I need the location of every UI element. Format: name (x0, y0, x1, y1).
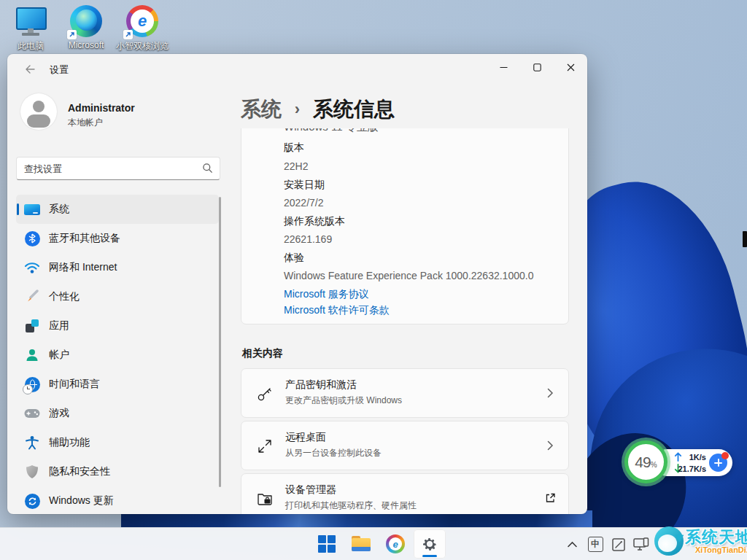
gamepad-icon (23, 405, 41, 422)
sidebar-item-bluetooth[interactable]: 蓝牙和其他设备 (16, 224, 219, 253)
back-button[interactable] (18, 60, 42, 79)
browser-button[interactable]: e (379, 529, 411, 559)
sidebar-item-personalization[interactable]: 个性化 (16, 282, 219, 311)
search-input[interactable]: 查找设置 (16, 157, 220, 180)
edge-icon (69, 4, 103, 38)
screen-edge-mark (743, 231, 747, 247)
ime-icon: 中 (588, 537, 603, 552)
desktop-icon-this-pc[interactable]: 此电脑 (0, 4, 61, 52)
globe-clock-icon (23, 376, 41, 393)
watermark-name: 系统天地 (685, 529, 747, 545)
sidebar-item-windows-update[interactable]: Windows 更新 (16, 486, 219, 514)
chevron-up-icon (567, 540, 578, 548)
content-scroll-area[interactable]: Windows 11 专业版 版本 22H2 安装日期 2022/7/2 操作系… (241, 128, 570, 514)
windows-logo-icon (318, 535, 336, 553)
wifi-icon (23, 259, 41, 276)
back-arrow-icon (24, 63, 36, 75)
desktop-icon-label: 此电脑 (0, 40, 61, 52)
desktop-icon-browser[interactable]: e 小智双核浏览 (112, 4, 173, 52)
sidebar-scrollbar[interactable] (219, 197, 221, 487)
remote-desktop-card[interactable]: 远程桌面 从另一台设备控制此设备 (241, 421, 569, 470)
update-icon (23, 492, 41, 510)
chevron-right-icon (543, 439, 557, 452)
sidebar-item-network[interactable]: 网络和 Internet (16, 253, 219, 282)
browser-icon: e (386, 534, 405, 553)
widget-plus-button[interactable] (709, 454, 727, 472)
about-card: Windows 11 专业版 版本 22H2 安装日期 2022/7/2 操作系… (241, 128, 569, 324)
page-title: 系统信息 (313, 98, 395, 120)
maximize-icon (533, 63, 541, 71)
product-key-card[interactable]: 产品密钥和激活 更改产品密钥或升级 Windows (241, 368, 569, 418)
sidebar-item-apps[interactable]: 应用 (16, 311, 219, 341)
system-icon (23, 201, 41, 218)
key-icon (256, 385, 274, 402)
plus-icon (714, 459, 722, 467)
search-icon (202, 163, 213, 176)
gear-icon (421, 535, 438, 553)
sidebar-item-accessibility[interactable]: 辅助功能 (16, 428, 219, 457)
pen-icon (611, 537, 626, 552)
desktop-icon-label: Microsoft (55, 40, 117, 50)
settings-window: 设置 Administrator 本地帐户 查找设置 系统 (7, 54, 587, 514)
watermark-globe-icon (654, 526, 684, 556)
sidebar-item-accounts[interactable]: 帐户 (16, 341, 219, 370)
accessibility-icon (23, 434, 41, 451)
notification-dot (721, 452, 729, 459)
user-name: Administrator (68, 102, 135, 114)
selected-indicator (17, 203, 19, 215)
settings-nav: 系统 蓝牙和其他设备 网络和 Internet 个性化 应用 (7, 195, 233, 514)
folder-icon (352, 536, 371, 552)
chevron-right-icon (543, 386, 557, 400)
avatar[interactable] (20, 93, 57, 130)
cpu-percent: 49 (635, 454, 650, 471)
minimize-button[interactable] (487, 54, 520, 80)
sidebar-item-privacy[interactable]: 隐私和安全性 (16, 457, 219, 486)
related-section-title: 相关内容 (242, 347, 283, 360)
paintbrush-icon (23, 288, 41, 306)
file-explorer-button[interactable] (345, 529, 377, 559)
shortcut-arrow-icon (123, 30, 133, 39)
browser-icon: e (125, 4, 159, 38)
active-app-indicator (422, 555, 437, 557)
desktop-icon-label: 小智双核浏览 (112, 40, 173, 52)
cast-display-button[interactable] (630, 533, 654, 556)
ime-button[interactable]: 中 (584, 533, 607, 556)
shield-icon (23, 463, 41, 481)
watermark-logo: 系统天地 XiTongTianDi.net (654, 526, 747, 556)
maximize-button[interactable] (520, 54, 554, 80)
account-icon (23, 346, 41, 364)
device-manager-icon (256, 490, 274, 508)
pen-input-button[interactable] (607, 533, 630, 556)
sidebar-item-gaming[interactable]: 游戏 (16, 399, 219, 428)
apps-icon (23, 317, 41, 335)
search-placeholder: 查找设置 (24, 163, 62, 176)
monitor-phone-icon (633, 537, 651, 552)
upload-speed: 1K/s (671, 453, 706, 462)
tray-chevron-button[interactable] (560, 533, 584, 556)
device-manager-card[interactable]: 设备管理器 打印机和其他驱动程序、硬件属性 (241, 473, 569, 514)
start-button[interactable] (311, 529, 343, 559)
close-icon (567, 63, 575, 71)
cpu-usage-ball[interactable]: 49 % (624, 440, 667, 483)
external-link-icon (543, 491, 557, 505)
breadcrumb-parent[interactable]: 系统 (241, 98, 282, 120)
windows-edition: Windows 11 专业版 (284, 128, 379, 134)
this-pc-icon (14, 4, 47, 38)
watermark-site: XiTongTianDi.net (695, 545, 747, 554)
sidebar-item-system[interactable]: 系统 (16, 195, 219, 224)
close-button[interactable] (554, 54, 587, 80)
breadcrumb-separator-icon: › (295, 100, 300, 118)
ms-license-terms-link[interactable]: Microsoft 软件许可条款 (284, 304, 390, 317)
desktop-icon-microsoft-edge[interactable]: Microsoft (55, 4, 117, 50)
remote-desktop-icon (256, 438, 274, 455)
minimize-icon (500, 63, 508, 71)
user-account-type: 本地帐户 (68, 117, 103, 129)
sidebar-item-time-language[interactable]: 时间和语言 (16, 370, 219, 399)
shortcut-arrow-icon (67, 30, 77, 39)
window-title: 设置 (50, 63, 69, 77)
bluetooth-icon (23, 230, 41, 247)
ms-services-agreement-link[interactable]: Microsoft 服务协议 (284, 288, 369, 301)
settings-button[interactable] (414, 529, 446, 559)
taskbar: e 中 (0, 527, 747, 560)
breadcrumb: 系统 › 系统信息 (241, 96, 395, 123)
